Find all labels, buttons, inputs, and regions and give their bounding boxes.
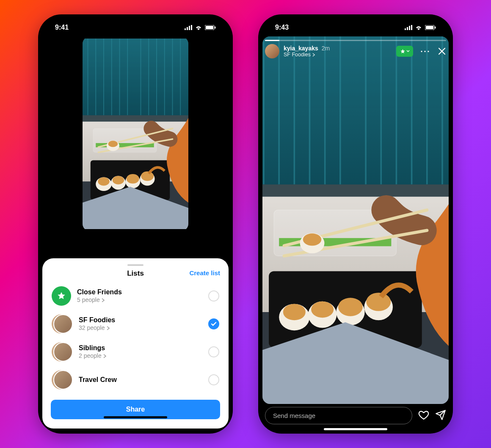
sheet-grabber[interactable] [127, 264, 143, 266]
list-name: Siblings [79, 344, 202, 352]
battery-icon [205, 25, 216, 30]
list-sub: 2 people [79, 352, 102, 360]
chevron-right-icon [312, 53, 315, 57]
close-friends-icon [52, 286, 71, 306]
list-row-sf-foodies[interactable]: SF Foodies 32 people [42, 310, 229, 338]
list-row-close-friends[interactable]: Close Friends 5 people [42, 282, 229, 310]
story-username[interactable]: kyia_kayaks [284, 45, 318, 52]
create-list-button[interactable]: Create list [189, 269, 220, 277]
svg-rect-36 [191, 25, 192, 30]
svg-rect-38 [206, 26, 213, 29]
chevron-right-icon [103, 354, 107, 358]
more-button[interactable]: ⋯ [420, 45, 431, 57]
chevron-right-icon [102, 298, 105, 302]
svg-rect-39 [215, 27, 216, 29]
list-name: SF Foodies [79, 316, 202, 324]
story-image [262, 36, 449, 404]
lists-container: Close Friends 5 people SF Foodies 32 peo… [42, 282, 229, 394]
list-row-travel-crew[interactable]: Travel Crew [42, 366, 229, 394]
share-button[interactable] [435, 409, 446, 422]
list-name: Travel Crew [79, 376, 202, 384]
audience-badge[interactable] [396, 46, 413, 57]
status-bar: 9:43 [262, 22, 449, 34]
story-list-link[interactable]: SF Foodies [284, 52, 330, 58]
home-indicator[interactable] [324, 428, 387, 430]
svg-rect-46 [435, 27, 436, 29]
cellular-icon [405, 25, 412, 30]
status-icons [185, 25, 216, 30]
story-header: kyia_kayaks 2m SF Foodies ⋯ [265, 44, 446, 58]
svg-rect-33 [185, 28, 186, 30]
group-avatar-icon [53, 342, 73, 362]
status-bar: 9:41 [42, 22, 229, 34]
check-icon [211, 321, 217, 327]
story-preview [83, 36, 188, 231]
svg-rect-42 [409, 26, 410, 30]
story-progress-fill [265, 40, 279, 41]
close-icon[interactable] [438, 47, 446, 55]
story-progress [265, 40, 446, 41]
home-indicator[interactable] [104, 416, 167, 418]
message-input[interactable]: Send message [265, 407, 412, 424]
list-radio[interactable] [208, 290, 219, 301]
list-radio[interactable] [208, 318, 219, 329]
chevron-down-icon [406, 50, 410, 53]
svg-rect-43 [411, 25, 412, 30]
svg-rect-40 [405, 28, 406, 30]
svg-rect-35 [189, 26, 190, 30]
list-radio[interactable] [208, 346, 219, 357]
story-timestamp: 2m [322, 45, 330, 52]
phone-story-view: 9:43 kyia_kayaks 2m SF Foodies [258, 14, 453, 434]
story-avatar[interactable] [265, 44, 279, 58]
list-sub: 32 people [79, 324, 105, 332]
lists-sheet: Lists Create list Close Friends 5 people [42, 258, 229, 429]
list-radio[interactable] [208, 374, 219, 385]
list-sub: 5 people [77, 296, 100, 304]
status-time: 9:43 [275, 24, 289, 31]
star-icon [400, 49, 405, 54]
list-row-siblings[interactable]: Siblings 2 people [42, 338, 229, 366]
svg-rect-34 [187, 27, 188, 30]
wifi-icon [195, 25, 202, 30]
story-list-name: SF Foodies [284, 52, 311, 58]
wifi-icon [415, 25, 422, 30]
svg-rect-41 [407, 27, 408, 30]
story-viewport[interactable] [262, 36, 449, 404]
status-icons [405, 25, 436, 30]
chevron-right-icon [107, 326, 110, 330]
preview-image [83, 36, 188, 231]
svg-rect-45 [426, 26, 433, 29]
like-button[interactable] [418, 409, 429, 422]
sheet-title: Lists [127, 269, 144, 278]
cellular-icon [185, 25, 192, 30]
status-time: 9:41 [55, 24, 69, 31]
story-footer: Send message [265, 407, 446, 424]
list-name: Close Friends [77, 288, 202, 296]
battery-icon [425, 25, 436, 30]
group-avatar-icon [53, 370, 73, 390]
group-avatar-icon [53, 314, 73, 334]
phone-share-sheet: 9:41 Lists Create list Close Friends 5 p… [38, 14, 233, 434]
